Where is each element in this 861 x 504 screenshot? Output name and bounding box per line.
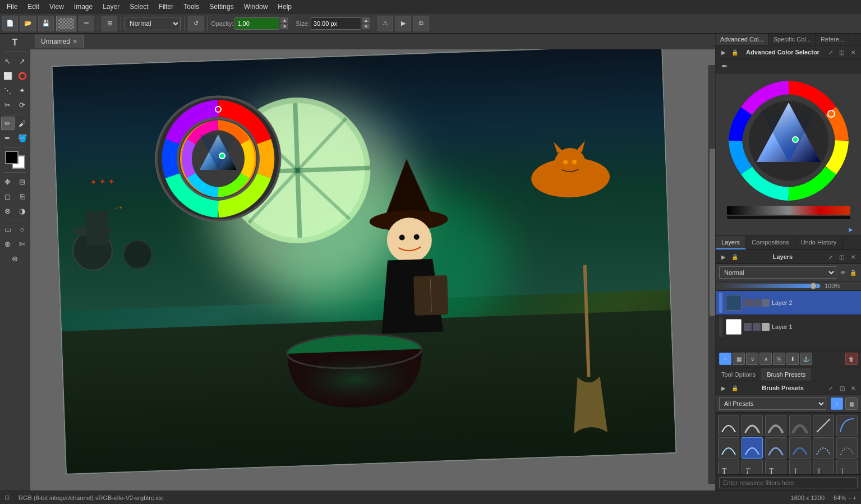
canvas-tab-close[interactable]: ✕ bbox=[72, 38, 77, 45]
transform-tool[interactable]: ⟳ bbox=[16, 98, 29, 112]
open-button[interactable]: 📂 bbox=[20, 16, 36, 31]
menu-select[interactable]: Select bbox=[125, 2, 153, 12]
move-tool[interactable]: ✥ bbox=[1, 175, 15, 188]
layer-merge-down-btn[interactable]: ⬇ bbox=[786, 353, 799, 365]
pattern-button[interactable] bbox=[56, 16, 76, 31]
color-selector-close[interactable]: ✕ bbox=[849, 48, 858, 57]
zoom-out-btn[interactable]: − bbox=[848, 494, 851, 501]
layers-lock[interactable]: 🔒 bbox=[730, 252, 739, 261]
brush-preset-8[interactable] bbox=[742, 437, 763, 459]
layer-anchor-btn[interactable]: ⚓ bbox=[800, 353, 812, 365]
layers-expand-btn[interactable]: ⤢ bbox=[826, 252, 835, 261]
layers-blend-select[interactable]: Normal bbox=[719, 266, 836, 279]
free-select-tool[interactable]: ⋱ bbox=[1, 84, 15, 97]
opacity-input[interactable] bbox=[234, 17, 279, 30]
rect-select-tool[interactable]: ⬜ bbox=[1, 69, 15, 82]
layers-opacity-slider[interactable] bbox=[719, 284, 820, 288]
panel-color-wheel[interactable] bbox=[716, 73, 861, 225]
pointer-tool[interactable]: ↖ bbox=[1, 54, 15, 68]
brush-collapse[interactable]: ▶ bbox=[719, 383, 728, 392]
color-selector-lock[interactable]: 🔒 bbox=[730, 48, 739, 57]
brush-preset-9[interactable] bbox=[765, 437, 786, 459]
layer-up-btn[interactable]: ∧ bbox=[759, 353, 772, 365]
color-wheel-popup[interactable] bbox=[154, 94, 283, 223]
tab-advanced-color[interactable]: Advanced Col... bbox=[716, 34, 769, 45]
menu-filter[interactable]: Filter bbox=[154, 2, 178, 12]
text-tool[interactable]: T bbox=[8, 36, 22, 49]
path-select-tool[interactable]: ✦ bbox=[16, 84, 29, 97]
canvas-tab-unnamed[interactable]: Unnamed ✕ bbox=[35, 35, 84, 48]
color-selector-expand[interactable]: ⤢ bbox=[826, 48, 835, 57]
eyedrop-tool-btn[interactable]: ✒ bbox=[720, 62, 729, 71]
new-button[interactable]: 📄 bbox=[2, 16, 18, 31]
layer-duplicate-btn[interactable]: ⎘ bbox=[773, 353, 785, 365]
pencil-draw-tool[interactable]: ✏ bbox=[1, 117, 15, 130]
dodge-tool[interactable]: ◑ bbox=[16, 204, 29, 218]
brush-preset-7[interactable] bbox=[718, 437, 739, 459]
brush-filter-input[interactable] bbox=[719, 477, 858, 488]
menu-tools[interactable]: Tools bbox=[179, 2, 204, 12]
brush-preset-3[interactable] bbox=[765, 415, 786, 436]
clone-tool[interactable]: ⎘ bbox=[16, 189, 29, 203]
menu-edit[interactable]: Edit bbox=[23, 2, 44, 12]
size-down[interactable]: ▼ bbox=[362, 24, 370, 29]
ellipse-tool2[interactable]: ○ bbox=[16, 223, 29, 236]
brush-detach-btn[interactable]: ◫ bbox=[837, 383, 846, 392]
smudge-tool[interactable]: ⊗ bbox=[1, 204, 15, 218]
layer-down-btn[interactable]: ∨ bbox=[746, 353, 758, 365]
eraser-tool[interactable]: ◻ bbox=[1, 189, 15, 203]
layer-delete-btn[interactable]: 🗑 bbox=[845, 353, 858, 365]
brush-preset-2[interactable] bbox=[742, 415, 763, 436]
tab-tool-options[interactable]: Tool Options bbox=[716, 368, 761, 381]
tab-specific-color[interactable]: Specific Col... bbox=[769, 34, 816, 45]
brush-tool[interactable]: 🖌 bbox=[16, 117, 29, 130]
menu-window[interactable]: Window bbox=[240, 2, 273, 12]
layers-toggle-button[interactable]: ⧉ bbox=[413, 16, 429, 31]
layer-lock-alpha[interactable]: 🔒 bbox=[849, 268, 858, 277]
fill-tool[interactable]: 🪣 bbox=[16, 131, 29, 145]
warp-transform[interactable]: ⊚ bbox=[8, 252, 22, 265]
rect-tool2[interactable]: ▭ bbox=[1, 223, 15, 236]
align-tool[interactable]: ⊟ bbox=[16, 175, 29, 188]
color-selector-collapse[interactable]: ▶ bbox=[719, 48, 728, 57]
menu-layer[interactable]: Layer bbox=[98, 2, 124, 12]
save-button[interactable]: 💾 bbox=[38, 16, 54, 31]
brush-preset-18[interactable]: T bbox=[836, 460, 858, 474]
layers-collapse[interactable]: ▶ bbox=[719, 252, 728, 261]
color-pick-tool[interactable]: ✒ bbox=[1, 131, 15, 145]
layers-detach-btn[interactable]: ◫ bbox=[837, 252, 846, 261]
pencil-tool-button[interactable]: ✏ bbox=[79, 16, 94, 31]
layer-visibility[interactable]: 👁 bbox=[839, 268, 848, 277]
reset-button[interactable]: ↺ bbox=[188, 16, 204, 31]
brush-preset-12[interactable] bbox=[836, 437, 858, 459]
brush-grid-view-btn[interactable]: ▦ bbox=[845, 397, 858, 410]
layers-close-btn[interactable]: ✕ bbox=[849, 252, 858, 261]
play-button[interactable]: ▶ bbox=[395, 16, 411, 31]
menu-view[interactable]: View bbox=[45, 2, 68, 12]
brush-preset-select[interactable]: All Presets bbox=[719, 397, 826, 410]
fuzzy-select[interactable]: ⊛ bbox=[1, 237, 15, 251]
tab-layers[interactable]: Layers bbox=[716, 236, 746, 249]
blend-mode-select[interactable]: Normal bbox=[125, 17, 181, 30]
expand-button[interactable]: ⊞ bbox=[102, 16, 117, 31]
color-value-bar[interactable] bbox=[727, 216, 850, 219]
color-gradient-bar[interactable] bbox=[727, 206, 850, 215]
opacity-up[interactable]: ▲ bbox=[280, 17, 288, 23]
brush-preset-14[interactable]: T bbox=[742, 460, 763, 474]
menu-help[interactable]: Help bbox=[273, 2, 296, 12]
brush-preset-17[interactable]: T bbox=[813, 460, 834, 474]
layer-item-2[interactable]: Layer 2 bbox=[716, 291, 861, 315]
zoom-in-btn[interactable]: + bbox=[853, 494, 857, 501]
size-up[interactable]: ▲ bbox=[362, 17, 370, 23]
canvas-content[interactable]: ✦ ✦ ✦ ⋆ ✦ bbox=[30, 49, 715, 491]
brush-preset-11[interactable] bbox=[813, 437, 834, 459]
brush-preset-16[interactable]: T bbox=[789, 460, 811, 474]
scissors-select[interactable]: ✄ bbox=[16, 237, 29, 251]
menu-file[interactable]: File bbox=[2, 2, 22, 12]
brush-preset-13[interactable]: T bbox=[718, 460, 739, 474]
foreground-color[interactable] bbox=[5, 151, 19, 164]
warn-button[interactable]: ⚠ bbox=[377, 16, 393, 31]
brush-expand-btn[interactable]: ⤢ bbox=[826, 383, 835, 392]
opacity-down[interactable]: ▼ bbox=[280, 24, 288, 29]
color-selector-detach[interactable]: ◫ bbox=[837, 48, 846, 57]
